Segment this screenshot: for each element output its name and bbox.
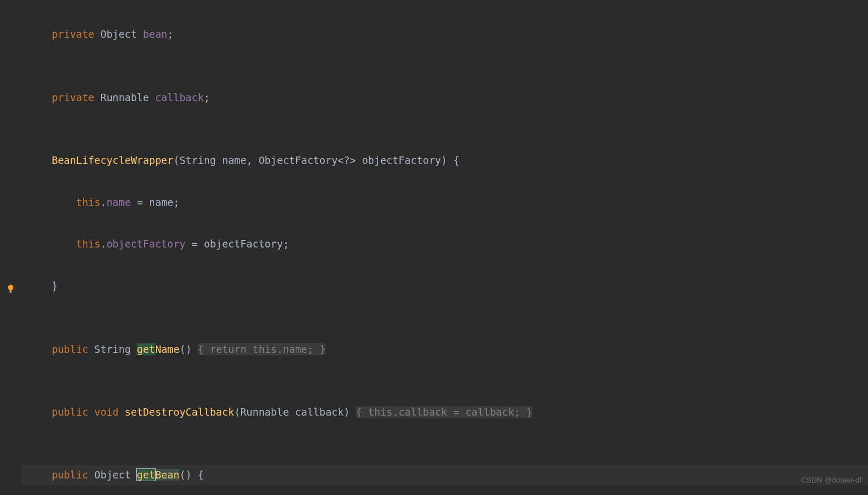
code-line: public String getName() { return this.na… — [21, 339, 868, 360]
code-line: } — [21, 276, 868, 296]
code-editor[interactable]: private Object bean; private Runnable ca… — [21, 0, 868, 495]
folded-code[interactable]: { this.callback = callback; } — [356, 406, 532, 418]
code-line: this.name = name; — [21, 192, 868, 213]
watermark: CSDN @dotaer-df — [801, 470, 862, 491]
code-line: this.objectFactory = objectFactory; — [21, 234, 868, 254]
current-line: public Object getBean() { — [21, 465, 868, 485]
folded-code[interactable]: { return this.name; } — [198, 343, 326, 355]
lightbulb-icon[interactable] — [6, 279, 15, 288]
code-line: private Object bean; — [21, 24, 868, 45]
caret-selection: get — [137, 469, 155, 481]
code-line: public void setDestroyCallback(Runnable … — [21, 402, 868, 423]
code-line: private Runnable callback; — [21, 87, 868, 108]
code-line: BeanLifecycleWrapper(String name, Object… — [21, 150, 868, 171]
usage-highlight: get — [137, 343, 155, 355]
editor-gutter — [0, 0, 21, 495]
